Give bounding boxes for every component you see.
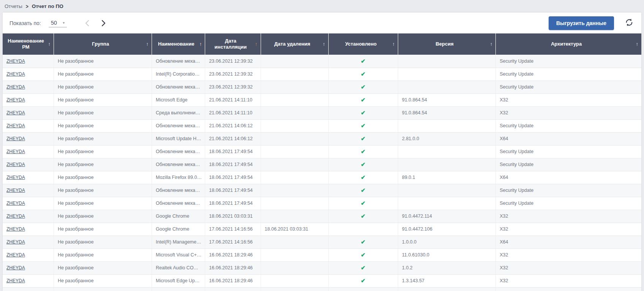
cell-rm: ZHEYDA <box>3 197 54 210</box>
table-row: ZHEYDAНе разобранноеMicrosoft Edge21.06.… <box>3 93 641 106</box>
cell-rm: ZHEYDA <box>3 210 54 223</box>
breadcrumb: Отчеты > Отчет по ПО <box>0 0 644 13</box>
workstation-link[interactable]: ZHEYDA <box>6 97 25 103</box>
cell-version <box>398 81 495 93</box>
cell-remove_date <box>261 106 328 119</box>
cell-installed: ✔ <box>328 248 398 261</box>
cell-version: 1.3.143.57 <box>398 274 495 287</box>
workstation-link[interactable]: ZHEYDA <box>6 71 25 77</box>
workstation-link[interactable]: ZHEYDA <box>6 278 25 283</box>
workstation-link[interactable]: ZHEYDA <box>6 214 25 219</box>
cell-rm: ZHEYDA <box>3 158 54 171</box>
workstation-link[interactable]: ZHEYDA <box>6 136 25 141</box>
installed-check-icon: ✔ <box>361 135 366 142</box>
workstation-link[interactable]: ZHEYDA <box>6 265 25 270</box>
column-header-version[interactable]: Версия↑ <box>398 33 495 55</box>
column-header-arch[interactable]: Архитектура↑ <box>496 33 641 55</box>
sort-ascending-icon[interactable]: ↑ <box>323 41 325 47</box>
workstation-link[interactable]: ZHEYDA <box>6 239 25 245</box>
installed-check-icon: ✔ <box>361 122 366 129</box>
cell-version <box>398 197 495 210</box>
cell-remove_date <box>261 210 328 223</box>
cell-version <box>398 68 495 81</box>
page-size-select[interactable]: 50 ▼ <box>49 19 67 27</box>
cell-group: Не разобранное <box>54 55 152 68</box>
next-page-button[interactable] <box>100 18 107 28</box>
column-header-install_date[interactable]: Дата инсталляции↑ <box>205 33 261 55</box>
cell-rm: ZHEYDA <box>3 119 54 132</box>
dropdown-caret-icon: ▼ <box>62 21 65 26</box>
sort-ascending-icon[interactable]: ↑ <box>490 41 493 47</box>
cell-rm: ZHEYDA <box>3 68 54 81</box>
column-header-rm[interactable]: Наименование РМ↑ <box>3 33 54 55</box>
cell-install_date: 23.06.2021 12:39:32 <box>205 81 261 93</box>
workstation-link[interactable]: ZHEYDA <box>6 123 25 128</box>
cell-group: Не разобранное <box>54 145 152 158</box>
workstation-link[interactable]: ZHEYDA <box>6 149 25 154</box>
page-size-label: Показать по: <box>9 20 41 26</box>
cell-rm: ZHEYDA <box>3 55 54 68</box>
cell-name: Intel(R) Corporation - S... <box>152 68 205 81</box>
column-header-label: Архитектура <box>551 41 582 47</box>
cell-rm: ZHEYDA <box>3 261 54 274</box>
workstation-link[interactable]: ZHEYDA <box>6 162 25 167</box>
cell-remove_date <box>261 197 328 210</box>
prev-page-button[interactable] <box>84 18 91 28</box>
workstation-link[interactable]: ZHEYDA <box>6 110 25 115</box>
cell-installed: ✔ <box>328 197 398 210</box>
cell-version: 91.0.864.54 <box>398 106 495 119</box>
cell-remove_date <box>261 68 328 81</box>
cell-group: Не разобранное <box>54 248 152 261</box>
page-title: Отчет по ПО <box>32 3 63 9</box>
column-header-installed[interactable]: Установлено↑ <box>328 33 398 55</box>
export-data-button[interactable]: Выгрузить данные <box>549 16 614 30</box>
table-row: ZHEYDAНе разобранноеОбновление механиз..… <box>3 197 641 210</box>
cell-name: Microsoft Update Heal... <box>152 132 205 145</box>
cell-installed: ✔ <box>328 145 398 158</box>
cell-version: 11.0.61030.0 <box>398 248 495 261</box>
page-size-value: 50 <box>51 20 59 26</box>
workstation-link[interactable]: ZHEYDA <box>6 59 25 64</box>
sort-ascending-icon[interactable]: ↑ <box>146 41 149 47</box>
workstation-link[interactable]: ZHEYDA <box>6 188 25 193</box>
cell-name: Обновление механиз... <box>152 145 205 158</box>
cell-name: Обновление механиз... <box>152 197 205 210</box>
cell-rm: ZHEYDA <box>3 248 54 261</box>
installed-check-icon: ✔ <box>361 148 366 155</box>
workstation-link[interactable]: ZHEYDA <box>6 252 25 258</box>
cell-installed: ✔ <box>328 236 398 248</box>
sort-ascending-icon[interactable]: ↑ <box>48 41 51 47</box>
cell-version: 2.81.0.0 <box>398 132 495 145</box>
cell-arch: X64 <box>496 171 641 184</box>
cell-rm: ZHEYDA <box>3 93 54 106</box>
workstation-link[interactable]: ZHEYDA <box>6 84 25 90</box>
table-row: ZHEYDAНе разобранноеОбновление механиз..… <box>3 145 641 158</box>
column-header-label: Дата удаления <box>274 41 310 47</box>
workstation-link[interactable]: ZHEYDA <box>6 201 25 206</box>
sort-ascending-icon[interactable]: ↑ <box>255 41 258 47</box>
column-header-group[interactable]: Группа↑ <box>54 33 152 55</box>
cell-installed: ✔ <box>328 55 398 68</box>
table-row: ZHEYDAНе разобранноеОбновление механиз..… <box>3 158 641 171</box>
breadcrumb-item-reports[interactable]: Отчеты <box>5 3 22 9</box>
cell-name <box>152 287 205 291</box>
column-header-remove_date[interactable]: Дата удаления↑ <box>261 33 328 55</box>
sort-ascending-icon[interactable]: ↑ <box>636 41 639 47</box>
sort-ascending-icon[interactable]: ↑ <box>392 41 395 47</box>
workstation-link[interactable]: ZHEYDA <box>6 226 25 232</box>
table-row: ZHEYDAНе разобранноеОбновление механиз..… <box>3 81 641 93</box>
cell-name: Обновление механиз... <box>152 184 205 197</box>
cell-arch: X32 <box>496 261 641 274</box>
installed-check-icon: ✔ <box>361 71 366 77</box>
workstation-link[interactable]: ZHEYDA <box>6 175 25 180</box>
cell-installed: ✔ <box>328 210 398 223</box>
header-row: Наименование РМ↑Группа↑Наименование↑Дата… <box>3 33 641 55</box>
cell-arch: Security Update <box>496 197 641 210</box>
refresh-button[interactable] <box>624 17 635 29</box>
cell-version <box>398 287 495 291</box>
installed-check-icon: ✔ <box>361 84 366 90</box>
toolbar: Показать по: 50 ▼ Выгрузить данные <box>3 13 641 33</box>
column-header-name[interactable]: Наименование↑ <box>152 33 205 55</box>
cell-remove_date <box>261 248 328 261</box>
sort-ascending-icon[interactable]: ↑ <box>199 41 202 47</box>
